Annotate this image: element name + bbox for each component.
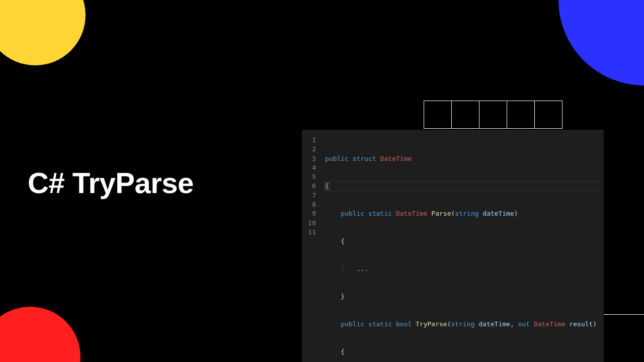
type-datetime: DateTime <box>396 210 428 217</box>
line-number: 11 <box>302 228 316 237</box>
code-line: { <box>325 182 604 191</box>
line-number: 2 <box>302 145 316 154</box>
brace-open: { <box>341 237 345 245</box>
brace-open: { <box>325 182 330 190</box>
type-string: string <box>451 320 475 328</box>
line-number: 5 <box>302 172 316 182</box>
paren-close: ) <box>593 320 597 328</box>
line-number: 10 <box>302 219 316 228</box>
keyword-out: out <box>518 320 530 328</box>
decorative-blue-quarter-circle <box>558 0 644 85</box>
grid-cell <box>507 101 535 129</box>
paren-open: ( <box>447 320 451 328</box>
line-number-gutter: 1 2 3 4 5 6 7 8 9 10 11 <box>302 136 325 362</box>
line-number: 9 <box>302 209 316 218</box>
brace-close: } <box>341 293 345 300</box>
type-string: string <box>455 210 478 217</box>
code-line: public static DateTime Parse(string date… <box>325 209 604 218</box>
keyword-struct: struct <box>353 155 376 162</box>
code-line: } <box>325 292 604 301</box>
decorative-red-circle <box>0 307 80 362</box>
type-datetime: DateTime <box>380 155 412 162</box>
line-number: 6 <box>302 182 316 191</box>
type-bool: bool <box>396 320 412 328</box>
keyword-static: static <box>368 320 392 328</box>
decorative-yellow-circle <box>0 0 86 65</box>
comma: , <box>510 320 518 328</box>
paren-close: ) <box>514 210 518 217</box>
line-number: 4 <box>302 163 316 172</box>
grid-cell <box>424 101 452 129</box>
grid-cell <box>451 101 479 129</box>
code-line: public static bool TryParse(string dateT… <box>325 320 604 329</box>
code-line: { <box>325 347 604 356</box>
code-content[interactable]: public struct DateTime { public static D… <box>325 136 604 362</box>
param-datetime: dateTime <box>482 210 514 217</box>
code-editor-panel: 1 2 3 4 5 6 7 8 9 10 11 public struct Da… <box>302 130 604 362</box>
param-result: result <box>569 320 593 328</box>
code-line: public struct DateTime <box>325 154 604 163</box>
method-parse: Parse <box>431 210 451 217</box>
code-line: { <box>325 237 604 246</box>
line-number: 3 <box>302 154 316 163</box>
brace-open: { <box>341 348 345 355</box>
decorative-grid-top <box>424 101 562 129</box>
param-datetime: dateTime <box>478 320 510 328</box>
method-tryparse: TryParse <box>416 320 447 328</box>
code-line: │ ... <box>325 264 604 274</box>
indent-guide: │ <box>341 265 345 273</box>
line-number: 8 <box>302 200 316 209</box>
type-datetime: DateTime <box>534 320 566 328</box>
line-number: 7 <box>302 191 316 200</box>
code-ellipsis: ... <box>357 265 368 273</box>
keyword-public: public <box>325 155 349 162</box>
line-number: 1 <box>302 136 316 145</box>
grid-cell <box>534 101 562 129</box>
keyword-public: public <box>341 210 364 217</box>
keyword-public: public <box>341 320 364 328</box>
grid-cell <box>479 101 507 129</box>
keyword-static: static <box>368 210 392 217</box>
page-title: C# TryParse <box>28 166 194 200</box>
